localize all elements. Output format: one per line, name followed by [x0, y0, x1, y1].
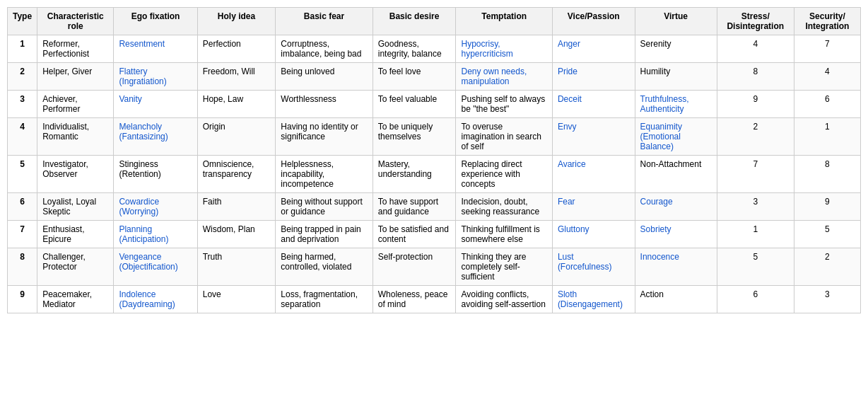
ego-fixation-link[interactable]: Indolence (Daydreaming): [119, 289, 175, 309]
role-cell: Challenger, Protector: [37, 248, 114, 286]
basic-fear-cell: Helplessness, incapability, incompetence: [276, 156, 373, 193]
temptation-cell: Replacing direct experience with concept…: [456, 156, 552, 193]
vice-passion-link[interactable]: Lust (Forcefulness): [558, 252, 612, 272]
ego-fixation-cell[interactable]: Planning (Anticipation): [114, 221, 197, 248]
temptation-cell: Indecision, doubt, seeking reassurance: [456, 193, 552, 221]
vice-passion-link[interactable]: Fear: [558, 197, 575, 207]
integration-cell: 6: [794, 91, 860, 118]
ego-fixation-link[interactable]: Melancholy (Fantasizing): [119, 122, 168, 142]
virtue-cell[interactable]: Courage: [635, 193, 717, 221]
vice-passion-link[interactable]: Deceit: [558, 94, 582, 104]
holy-idea-cell: Freedom, Will: [197, 63, 276, 91]
basic-desire-cell: To have support and guidance: [373, 193, 456, 221]
virtue-cell: Humility: [635, 63, 717, 91]
table-row: 2Helper, GiverFlattery (Ingratiation)Fre…: [8, 63, 861, 91]
type-cell: 5: [8, 156, 37, 193]
vice-passion-cell[interactable]: Fear: [552, 193, 635, 221]
role-cell: Investigator, Observer: [37, 156, 114, 193]
temptation-cell[interactable]: Hypocrisy, hypercriticism: [456, 35, 552, 63]
ego-fixation-cell[interactable]: Flattery (Ingratiation): [114, 63, 197, 91]
integration-cell: 2: [794, 248, 860, 286]
virtue-cell[interactable]: Innocence: [635, 248, 717, 286]
holy-idea-cell: Origin: [197, 118, 276, 156]
vice-passion-cell[interactable]: Avarice: [552, 156, 635, 193]
vice-passion-link[interactable]: Pride: [558, 67, 577, 76]
vice-passion-link[interactable]: Envy: [558, 122, 577, 132]
holy-idea-cell: Faith: [197, 193, 276, 221]
ego-fixation-cell[interactable]: Cowardice (Worrying): [114, 193, 197, 221]
basic-desire-cell: Wholeness, peace of mind: [373, 286, 456, 313]
role-cell: Helper, Giver: [37, 63, 114, 91]
vice-passion-link[interactable]: Avarice: [558, 159, 586, 169]
temptation-link[interactable]: Deny own needs, manipulation: [461, 67, 527, 86]
vice-passion-cell[interactable]: Envy: [552, 118, 635, 156]
ego-fixation-link[interactable]: Vengeance (Objectification): [119, 252, 177, 272]
ego-fixation-cell[interactable]: Indolence (Daydreaming): [114, 286, 197, 313]
ego-fixation-link[interactable]: Planning (Anticipation): [119, 224, 168, 244]
stress-cell: 1: [717, 221, 794, 248]
ego-fixation-link[interactable]: Resentment: [119, 39, 165, 49]
stress-cell: 7: [717, 156, 794, 193]
basic-desire-cell: Mastery, understanding: [373, 156, 456, 193]
vice-passion-link[interactable]: Sloth (Disengagement): [558, 289, 623, 309]
virtue-link[interactable]: Equanimity (Emotional Balance): [640, 122, 682, 151]
basic-fear-cell: Worthlessness: [276, 91, 373, 118]
stress-cell: 8: [717, 63, 794, 91]
stress-cell: 9: [717, 91, 794, 118]
column-header: Characteristic role: [37, 8, 114, 35]
holy-idea-cell: Perfection: [197, 35, 276, 63]
virtue-link[interactable]: Innocence: [640, 252, 679, 262]
vice-passion-cell[interactable]: Deceit: [552, 91, 635, 118]
virtue-cell: Non-Attachment: [635, 156, 717, 193]
temptation-link[interactable]: Hypocrisy, hypercriticism: [461, 39, 512, 59]
basic-desire-cell: To feel valuable: [373, 91, 456, 118]
basic-fear-cell: Being without support or guidance: [276, 193, 373, 221]
basic-desire-cell: To be satisfied and content: [373, 221, 456, 248]
table-row: 7Enthusiast, EpicurePlanning (Anticipati…: [8, 221, 861, 248]
integration-cell: 8: [794, 156, 860, 193]
virtue-cell: Serenity: [635, 35, 717, 63]
virtue-link[interactable]: Truthfulness, Authenticity: [640, 94, 689, 114]
basic-fear-cell: Being harmed, controlled, violated: [276, 248, 373, 286]
table-row: 5Investigator, ObserverStinginess (Reten…: [8, 156, 861, 193]
temptation-cell: To overuse imagination in search of self: [456, 118, 552, 156]
column-header: Holy idea: [197, 8, 276, 35]
virtue-cell[interactable]: Truthfulness, Authenticity: [635, 91, 717, 118]
vice-passion-cell[interactable]: Lust (Forcefulness): [552, 248, 635, 286]
ego-fixation-cell[interactable]: Resentment: [114, 35, 197, 63]
vice-passion-cell[interactable]: Pride: [552, 63, 635, 91]
type-cell: 7: [8, 221, 37, 248]
holy-idea-cell: Wisdom, Plan: [197, 221, 276, 248]
ego-fixation-cell: Stinginess (Retention): [114, 156, 197, 193]
basic-fear-cell: Loss, fragmentation, separation: [276, 286, 373, 313]
vice-passion-cell[interactable]: Anger: [552, 35, 635, 63]
temptation-cell: Thinking they are completely self-suffic…: [456, 248, 552, 286]
ego-fixation-cell[interactable]: Melancholy (Fantasizing): [114, 118, 197, 156]
vice-passion-cell[interactable]: Gluttony: [552, 221, 635, 248]
table-row: 1Reformer, PerfectionistResentmentPerfec…: [8, 35, 861, 63]
virtue-cell[interactable]: Sobriety: [635, 221, 717, 248]
basic-fear-cell: Corruptness, imbalance, being bad: [276, 35, 373, 63]
vice-passion-link[interactable]: Gluttony: [558, 224, 590, 234]
vice-passion-link[interactable]: Anger: [558, 39, 580, 49]
ego-fixation-link[interactable]: Vanity: [119, 94, 141, 104]
virtue-link[interactable]: Sobriety: [640, 224, 671, 234]
temptation-cell[interactable]: Deny own needs, manipulation: [456, 63, 552, 91]
ego-fixation-link[interactable]: Cowardice (Worrying): [119, 197, 159, 217]
integration-cell: 3: [794, 286, 860, 313]
type-cell: 8: [8, 248, 37, 286]
ego-fixation-cell[interactable]: Vengeance (Objectification): [114, 248, 197, 286]
column-header: Basic desire: [373, 8, 456, 35]
column-header: Stress/ Disintegration: [717, 8, 794, 35]
holy-idea-cell: Love: [197, 286, 276, 313]
vice-passion-cell[interactable]: Sloth (Disengagement): [552, 286, 635, 313]
ego-fixation-cell[interactable]: Vanity: [114, 91, 197, 118]
column-header: Basic fear: [276, 8, 373, 35]
ego-fixation-link[interactable]: Flattery (Ingratiation): [119, 67, 166, 86]
virtue-cell[interactable]: Equanimity (Emotional Balance): [635, 118, 717, 156]
stress-cell: 2: [717, 118, 794, 156]
table-row: 4Individualist, RomanticMelancholy (Fant…: [8, 118, 861, 156]
type-cell: 4: [8, 118, 37, 156]
virtue-link[interactable]: Courage: [640, 197, 673, 207]
role-cell: Individualist, Romantic: [37, 118, 114, 156]
